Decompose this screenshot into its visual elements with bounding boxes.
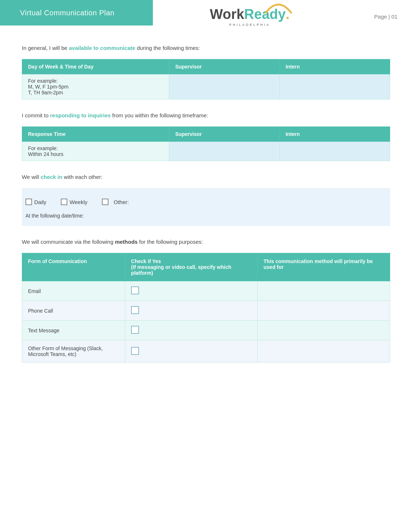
daily-checkbox-label[interactable]: Daily xyxy=(25,199,46,205)
daily-checkbox[interactable] xyxy=(25,199,32,205)
table-row: For example: M, W, F 1pm-5pm T, TH 9am-2… xyxy=(22,74,390,99)
col-form: Form of Communication xyxy=(22,253,125,281)
page-number: Page | 01 xyxy=(374,13,397,20)
logo-arc-icon xyxy=(264,0,293,15)
logo-work: Work xyxy=(210,7,244,22)
phone-row: Phone Call xyxy=(22,301,390,321)
col-intern-2: Intern xyxy=(280,127,390,142)
email-row: Email xyxy=(22,281,390,301)
weekly-checkbox-label[interactable]: Weekly xyxy=(61,199,87,205)
col-usage: This communication method will primarily… xyxy=(258,253,390,281)
response-table: Response Time Supervisor Intern For exam… xyxy=(22,126,390,161)
other-messaging-checkbox[interactable] xyxy=(131,347,139,355)
other-messaging-usage-cell xyxy=(258,340,390,363)
intern-response-cell xyxy=(280,142,390,161)
email-checkbox[interactable] xyxy=(131,286,139,294)
methods-table: Form of Communication Check if Yes (If m… xyxy=(22,253,390,363)
table-row: For example: Within 24 hours xyxy=(22,142,390,161)
response-example-cell: For example: Within 24 hours xyxy=(22,142,169,161)
date-label: At the following date/time: xyxy=(25,213,84,219)
checkin-options-row: Daily Weekly Other: xyxy=(25,197,384,207)
phone-label: Phone Call xyxy=(22,301,125,321)
daily-label: Daily xyxy=(34,199,46,205)
date-row: At the following date/time: xyxy=(25,211,384,221)
other-input-row: Other: xyxy=(102,197,384,207)
supervisor-availability-cell xyxy=(169,74,280,99)
checkin-intro: We will check in with each other: xyxy=(22,173,390,181)
response-intro: I commit to responding to inquiries from… xyxy=(22,111,390,120)
col-supervisor-1: Supervisor xyxy=(169,59,280,74)
text-checkbox[interactable] xyxy=(131,326,139,334)
logo-sub: PHILADELPHIA xyxy=(210,23,290,27)
weekly-checkbox[interactable] xyxy=(61,199,67,205)
response-section: I commit to responding to inquiries from… xyxy=(22,111,390,161)
methods-intro: We will communicate via the following me… xyxy=(22,238,390,246)
other-messaging-check-cell xyxy=(125,340,258,363)
header-title-bar: Virtual Communication Plan xyxy=(0,0,153,26)
text-row: Text Message xyxy=(22,321,390,340)
availability-intro: In general, I will be available to commu… xyxy=(22,44,390,52)
logo: WorkReady. PHILADELPHIA xyxy=(210,7,290,27)
weekly-label: Weekly xyxy=(70,199,87,205)
phone-check-cell xyxy=(125,301,258,321)
text-check-cell xyxy=(125,321,258,340)
email-usage-cell xyxy=(258,281,390,301)
day-example-cell: For example: M, W, F 1pm-5pm T, TH 9am-2… xyxy=(22,74,169,99)
methods-section: We will communicate via the following me… xyxy=(22,238,390,363)
availability-section: In general, I will be available to commu… xyxy=(22,44,390,99)
col-check: Check if Yes (If messaging or video call… xyxy=(125,253,258,281)
intern-availability-cell xyxy=(280,74,390,99)
main-content: In general, I will be available to commu… xyxy=(0,33,412,389)
page-title: Virtual Communication Plan xyxy=(20,9,114,17)
date-time-input[interactable] xyxy=(87,211,384,221)
text-usage-cell xyxy=(258,321,390,340)
page-header: Virtual Communication Plan WorkReady. PH… xyxy=(0,0,412,33)
col-supervisor-2: Supervisor xyxy=(169,127,280,142)
other-text-input[interactable] xyxy=(133,197,384,207)
email-label: Email xyxy=(22,281,125,301)
supervisor-response-cell xyxy=(169,142,280,161)
col-intern-1: Intern xyxy=(280,59,390,74)
other-messaging-label: Other Form of Messaging (Slack, Microsof… xyxy=(22,340,125,363)
availability-table: Day of Week & Time of Day Supervisor Int… xyxy=(22,59,390,99)
other-checkbox[interactable] xyxy=(102,199,108,205)
phone-usage-cell xyxy=(258,301,390,321)
col-day: Day of Week & Time of Day xyxy=(22,59,169,74)
checkin-section: We will check in with each other: Daily … xyxy=(22,173,390,226)
other-messaging-row: Other Form of Messaging (Slack, Microsof… xyxy=(22,340,390,363)
phone-checkbox[interactable] xyxy=(131,306,139,314)
col-response-time: Response Time xyxy=(22,127,169,142)
email-check-cell xyxy=(125,281,258,301)
text-label: Text Message xyxy=(22,321,125,340)
